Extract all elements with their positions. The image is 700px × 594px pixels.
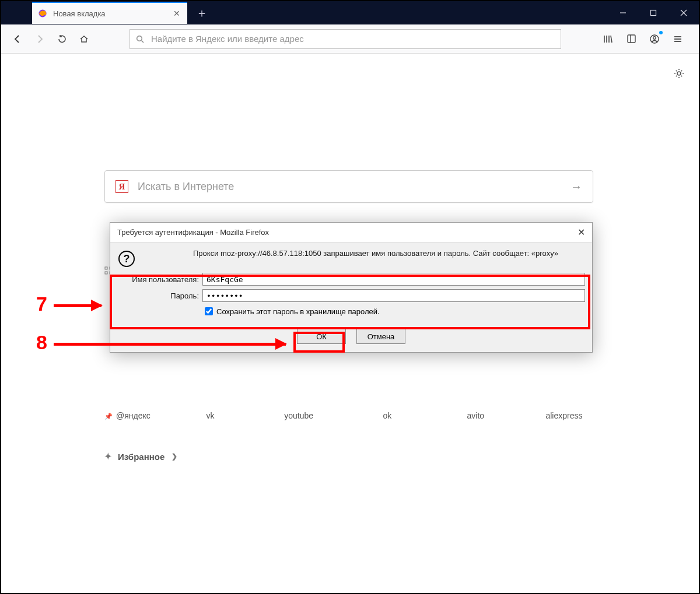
username-label: Имя пользователя: (117, 275, 199, 284)
top-site-avito[interactable]: avito (446, 411, 505, 420)
sparkle-icon: ✦ (104, 451, 112, 462)
top-site-youtube[interactable]: youtube (270, 411, 328, 420)
auth-dialog: Требуется аутентификация - Mozilla Firef… (110, 222, 593, 353)
home-button[interactable] (75, 30, 93, 48)
annotation-arrow-7 (54, 304, 102, 307)
svg-rect-7 (628, 35, 635, 43)
password-label: Пароль: (117, 291, 199, 300)
web-search-box[interactable]: Я → (104, 170, 593, 203)
top-site-ok[interactable]: ok (358, 411, 416, 420)
arrow-right-icon[interactable]: → (570, 180, 582, 194)
svg-point-10 (653, 36, 656, 39)
web-search-input[interactable] (136, 180, 570, 194)
svg-line-6 (142, 40, 144, 43)
url-bar[interactable] (130, 29, 561, 49)
annotation-arrow-8 (54, 343, 286, 346)
back-button[interactable] (8, 30, 27, 48)
notification-dot-icon (659, 31, 663, 34)
window-minimize-button[interactable] (608, 1, 638, 24)
menu-button[interactable] (668, 30, 687, 48)
dialog-title: Требуется аутентификация - Mozilla Firef… (117, 228, 269, 237)
top-sites-row: 📌@яндекс vk youtube ok avito aliexpress (104, 411, 593, 420)
dialog-titlebar[interactable]: Требуется аутентификация - Mozilla Firef… (110, 223, 592, 242)
dialog-close-icon[interactable]: ✕ (578, 227, 585, 238)
svg-rect-17 (105, 272, 107, 274)
top-site-yandex[interactable]: 📌@яндекс (104, 411, 151, 420)
question-icon: ? (118, 251, 135, 267)
pin-icon: 📌 (104, 413, 113, 420)
save-password-checkbox[interactable] (205, 307, 213, 315)
annotation-number-8: 8 (36, 331, 47, 354)
chevron-right-icon: ❯ (172, 452, 177, 461)
titlebar: Новая вкладка ✕ ＋ (1, 1, 699, 24)
save-password-label: Сохранить этот пароль в хранилище пароле… (216, 307, 380, 316)
tab-title: Новая вкладка (53, 9, 172, 18)
favorites-header[interactable]: ✦ Избранное ❯ (104, 451, 177, 462)
cancel-button[interactable]: Отмена (356, 329, 405, 344)
svg-rect-2 (651, 10, 656, 16)
search-icon (136, 35, 144, 43)
nav-toolbar (1, 24, 699, 54)
browser-window: Новая вкладка ✕ ＋ Я (0, 0, 700, 594)
svg-point-14 (677, 72, 681, 75)
svg-point-5 (137, 36, 142, 41)
window-maximize-button[interactable] (638, 1, 668, 24)
yandex-logo-icon: Я (116, 180, 128, 193)
new-tab-button[interactable]: ＋ (194, 5, 210, 21)
dialog-message: Прокси moz-proxy://46.8.57.118:1050 запр… (193, 248, 558, 259)
svg-rect-15 (105, 267, 107, 269)
account-button[interactable] (645, 30, 664, 48)
firefox-favicon-icon (38, 9, 47, 18)
gear-icon[interactable] (673, 68, 685, 79)
window-close-button[interactable] (668, 1, 699, 24)
newtab-content: Я → 📌@яндекс vk youtube ok avito aliexpr… (1, 54, 699, 593)
reload-button[interactable] (52, 30, 71, 48)
window-controls (608, 1, 699, 24)
top-site-aliexpress[interactable]: aliexpress (535, 411, 593, 420)
tab-close-icon[interactable]: ✕ (172, 9, 181, 18)
annotation-number-7: 7 (36, 293, 47, 315)
forward-button[interactable] (30, 30, 49, 48)
sidebar-button[interactable] (622, 30, 640, 48)
library-button[interactable] (598, 30, 617, 48)
url-input[interactable] (150, 33, 555, 44)
username-input[interactable] (202, 273, 585, 286)
password-input[interactable] (202, 289, 585, 302)
active-tab[interactable]: Новая вкладка ✕ (32, 2, 187, 24)
favorites-label: Избранное (118, 452, 164, 462)
top-site-vk[interactable]: vk (181, 411, 240, 420)
ok-button[interactable]: ОК (297, 329, 346, 344)
